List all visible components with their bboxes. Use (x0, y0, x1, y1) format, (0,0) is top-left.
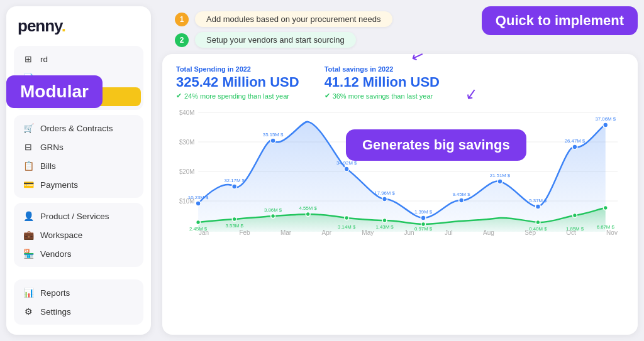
svg-text:21.51M $: 21.51M $ (490, 173, 511, 178)
sidebar-item-product[interactable]: 👤 Product / Services (16, 207, 141, 225)
spending-label: Total Spending in 2022 (176, 65, 299, 73)
savings-stat: Total savings in 2022 41.12 Million USD … (325, 65, 440, 100)
svg-point-10 (232, 184, 237, 189)
payments-icon: 💳 (23, 180, 34, 190)
svg-text:$30M: $30M (179, 139, 194, 146)
svg-point-16 (382, 197, 387, 202)
svg-point-20 (459, 198, 464, 203)
x-label-sep: Sep (525, 229, 536, 236)
svg-text:$40M: $40M (179, 109, 194, 116)
sidebar-item-reports[interactable]: 📊 Reports (16, 283, 141, 302)
chart-svg: $40M $30M $20M $10M (176, 106, 624, 232)
sidebar-item-settings[interactable]: ⚙ Settings (16, 302, 141, 321)
sidebar-item-label: Orders & Contracts (40, 124, 113, 133)
chart-container: $40M $30M $20M $10M (176, 106, 624, 232)
sidebar-item-label: Workspace (40, 230, 82, 240)
step-2-text: Setup your vendors and start sourcing (195, 32, 356, 48)
svg-point-32 (232, 217, 236, 222)
x-label-oct: Oct (566, 229, 576, 236)
svg-point-38 (345, 216, 349, 220)
savings-label: Total savings in 2022 (325, 65, 440, 73)
sidebar-section-procurement: 🛒 Orders & Contracts ⊟ GRNs 📋 Bills 💳 Pa… (14, 115, 143, 198)
bills-icon: 📋 (23, 161, 34, 171)
svg-text:4.55M $: 4.55M $ (299, 205, 318, 211)
spending-sub: ✔ 24% more spending than last year (176, 92, 299, 100)
sidebar-section-resources: 👤 Product / Services 💼 Workspace 🏪 Vendo… (14, 203, 143, 267)
svg-point-12 (270, 138, 275, 143)
x-label-may: May (362, 229, 374, 236)
sidebar-item-payments[interactable]: 💳 Payments (16, 175, 141, 194)
svg-point-40 (382, 219, 387, 223)
step-1-text: Add modules based on your procurement ne… (195, 11, 392, 27)
spending-stat: Total Spending in 2022 325.42 Million US… (176, 65, 299, 100)
svg-text:34.92M $: 34.92M $ (336, 160, 357, 166)
workspace-icon: 💼 (23, 230, 34, 240)
sidebar-item-label: Reports (40, 288, 70, 298)
x-label-mar: Mar (280, 229, 291, 236)
x-label-feb: Feb (239, 229, 250, 236)
sidebar-item-vendors[interactable]: 🏪 Vendors (16, 244, 141, 263)
svg-text:3.53M $: 3.53M $ (226, 223, 244, 229)
chart-stats: Total Spending in 2022 325.42 Million US… (176, 65, 624, 100)
sidebar-item-label: Payments (40, 180, 78, 190)
svg-point-36 (306, 212, 310, 217)
svg-text:$20M: $20M (179, 168, 194, 175)
sidebar-item-label: Bills (40, 161, 56, 171)
svg-text:5.37M $: 5.37M $ (529, 198, 547, 203)
sidebar-item-bills[interactable]: 📋 Bills (16, 156, 141, 175)
svg-text:10.23M $: 10.23M $ (188, 195, 209, 200)
svg-text:35.15M $: 35.15M $ (263, 132, 284, 138)
reports-icon: 📊 (23, 288, 34, 298)
dashboard-icon: ⊞ (23, 54, 34, 64)
svg-point-22 (497, 179, 502, 184)
svg-point-8 (196, 201, 201, 206)
svg-point-34 (271, 214, 275, 219)
svg-text:0.97M $: 0.97M $ (414, 226, 433, 232)
sidebar-item-workspace[interactable]: 💼 Workspace (16, 225, 141, 244)
sidebar-item-dashboard[interactable]: ⊞ rd (16, 50, 141, 68)
svg-text:37.06M $: 37.06M $ (595, 116, 616, 122)
spending-value: 325.42 Million USD (176, 74, 299, 90)
svg-point-28 (603, 122, 608, 127)
sidebar-item-label: Product / Services (40, 212, 109, 221)
svg-text:32.17M $: 32.17M $ (224, 178, 245, 183)
sidebar-item-orders[interactable]: 🛒 Orders & Contracts (16, 119, 141, 138)
savings-badge: Generates big savings (346, 129, 526, 161)
svg-point-26 (572, 144, 577, 149)
sidebar-item-label: Vendors (40, 249, 72, 259)
savings-sub: ✔ 36% more savings than last year (325, 92, 440, 100)
svg-point-46 (573, 214, 577, 218)
svg-text:17.96M $: 17.96M $ (374, 190, 395, 196)
svg-point-18 (421, 215, 426, 220)
step-2-num: 2 (175, 33, 189, 47)
svg-text:3.14M $: 3.14M $ (338, 224, 356, 230)
svg-point-24 (536, 204, 541, 209)
x-label-jun: Jun (404, 229, 414, 236)
svg-text:3.86M $: 3.86M $ (264, 207, 282, 213)
sidebar-section-bottom: 📊 Reports ⚙ Settings (14, 279, 143, 325)
svg-point-14 (344, 166, 349, 171)
x-label-apr: Apr (321, 229, 331, 236)
step-1-num: 1 (175, 13, 189, 26)
x-label-nov: Nov (606, 229, 618, 236)
savings-value: 41.12 Million USD (325, 74, 440, 90)
settings-icon: ⚙ (23, 306, 34, 317)
x-label-jan: Jan (199, 229, 209, 236)
x-label-aug: Aug (483, 229, 494, 236)
product-icon: 👤 (23, 211, 34, 221)
sidebar-item-label: Settings (40, 307, 71, 317)
svg-point-48 (603, 206, 608, 210)
svg-text:1.43M $: 1.43M $ (376, 224, 394, 230)
svg-point-30 (196, 220, 201, 225)
quick-badge: Quick to implement (482, 6, 638, 35)
main-content: 1 Add modules based on your procurement … (162, 6, 638, 335)
logo: penny. (14, 16, 143, 36)
orders-icon: 🛒 (23, 123, 34, 133)
svg-text:1.39M $: 1.39M $ (414, 209, 433, 215)
x-label-jul: Jul (445, 229, 453, 236)
svg-text:9.45M $: 9.45M $ (452, 192, 470, 197)
vendors-icon: 🏪 (23, 249, 34, 259)
svg-point-44 (536, 220, 540, 225)
sidebar-item-grns[interactable]: ⊟ GRNs (16, 138, 141, 156)
sidebar: penny. ⊞ rd 📄 Request 🏷 E-Source 🛒 Order… (6, 6, 151, 335)
